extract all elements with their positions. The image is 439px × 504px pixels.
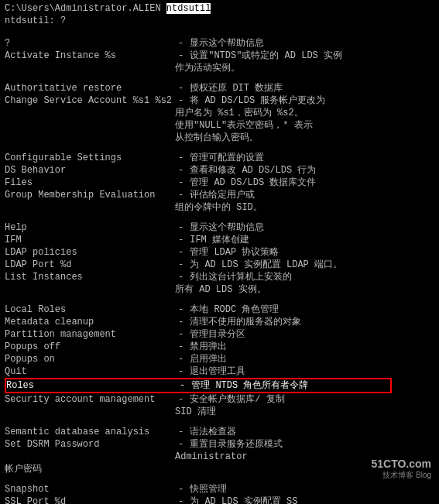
row-desc: 列出这台计算机上安装的	[187, 271, 434, 283]
row-desc: 管理可配置的设置	[187, 152, 434, 164]
row-desc: 管理 NTDS 角色所有者令牌	[188, 379, 390, 392]
row-desc: 评估给定用户或	[187, 189, 434, 201]
row-sep: -	[175, 426, 187, 438]
table-row: IFM - IFM 媒体创建	[5, 234, 434, 246]
table-row: Partition management - 管理目录分区	[5, 328, 434, 341]
title-highlight: ntdsutil	[166, 3, 211, 14]
row-cmd: Help	[5, 221, 175, 234]
row-desc: 授权还原 DIT 数据库	[187, 82, 434, 94]
row-desc-cont: 组的令牌中的 SID。	[5, 201, 434, 214]
title-bar: C:\Users\Administrator.ALIEN ntdsutil	[5, 3, 434, 14]
watermark: 51CTO.com 技术博客 Blog	[371, 458, 431, 481]
row-sep: -	[175, 328, 187, 341]
row-desc-cont: Administrator	[5, 451, 434, 463]
table-row: Metadata cleanup - 清理不使用的服务器的对象	[5, 316, 434, 328]
table-row: Authoritative restore - 授权还原 DIT 数据库	[5, 82, 434, 94]
watermark-tagline: 技术博客 Blog	[371, 470, 431, 481]
row-sep: -	[175, 316, 187, 328]
content-area: ? - 显示这个帮助信息 Activate Instance %s - 设置"N…	[5, 29, 434, 504]
row-sep: -	[175, 438, 187, 451]
row-cmd: Popups off	[5, 341, 175, 353]
row-desc: 显示这个帮助信息	[187, 221, 434, 234]
row-desc: 显示这个帮助信息	[187, 37, 434, 50]
row-sep: -	[175, 483, 187, 495]
row-desc-cont: SID 清理	[5, 406, 434, 418]
row-sep: -	[175, 50, 187, 62]
table-row: Popups off - 禁用弹出	[5, 341, 434, 353]
row-sep: -	[175, 393, 187, 406]
watermark-site: 51CTO.com	[371, 458, 431, 470]
roles-row: Roles - 管理 NTDS 角色所有者令牌	[5, 378, 392, 393]
table-row: 帐户密码	[5, 463, 434, 475]
row-cmd: Files	[5, 177, 175, 189]
row-desc: 管理 LDAP 协议策略	[187, 246, 434, 259]
row-desc: 安全帐户数据库/ 复制	[187, 393, 434, 406]
row-sep: -	[175, 246, 187, 259]
row-cmd: Security account management	[5, 393, 175, 406]
row-sep	[175, 463, 181, 475]
row-cmd: List Instances	[5, 271, 175, 283]
table-row: List Instances - 列出这台计算机上安装的	[5, 271, 434, 283]
row-sep: -	[175, 271, 187, 283]
row-sep: -	[177, 379, 188, 392]
row-cmd: Roles	[6, 379, 177, 392]
initial-prompt: ntdsutil: ?	[5, 15, 434, 26]
table-row: Group Membership Evaluation - 评估给定用户或	[5, 189, 434, 201]
terminal-window: C:\Users\Administrator.ALIEN ntdsutil nt…	[0, 0, 439, 504]
row-sep: -	[175, 234, 187, 246]
row-cmd: IFM	[5, 234, 175, 246]
row-cmd: LDAP Port %d	[5, 259, 175, 271]
row-cmd: Configurable Settings	[5, 152, 175, 164]
table-row: LDAP policies - 管理 LDAP 协议策略	[5, 246, 434, 259]
row-sep: -	[175, 259, 187, 271]
row-desc: 本地 RODC 角色管理	[187, 303, 434, 316]
row-cmd: 帐户密码	[5, 463, 175, 475]
table-row: Change Service Account %s1 %s2 - 将 AD DS…	[5, 94, 434, 107]
row-desc-cont: 作为活动实例。	[5, 62, 434, 74]
row-cmd: Local Roles	[5, 303, 175, 316]
row-desc: 重置目录服务还原模式	[187, 438, 434, 451]
row-cmd: Activate Instance %s	[5, 50, 175, 62]
row-desc: 退出管理工具	[187, 365, 434, 378]
row-sep: -	[175, 341, 187, 353]
table-row: SSL Port %d - 为 AD LDS 实例配置 SS	[5, 495, 434, 504]
row-desc: 将 AD DS/LDS 服务帐户更改为	[187, 94, 434, 107]
row-desc: 禁用弹出	[187, 341, 434, 353]
row-cmd: Change Service Account %s1 %s2	[5, 94, 175, 107]
table-row: Files - 管理 AD DS/LDS 数据库文件	[5, 177, 434, 189]
row-desc-cont: 用户名为 %s1，密码为 %s2。	[5, 107, 434, 119]
row-cmd: SSL Port %d	[5, 495, 175, 504]
row-cmd: Snapshot	[5, 483, 175, 495]
row-desc: 管理 AD DS/LDS 数据库文件	[187, 177, 434, 189]
row-sep: -	[175, 365, 187, 378]
table-row: Quit - 退出管理工具	[5, 365, 434, 378]
row-desc: 查看和修改 AD DS/LDS 行为	[187, 164, 434, 177]
row-sep: -	[175, 37, 187, 50]
row-cmd: Set DSRM Password	[5, 438, 175, 451]
table-row: Activate Instance %s - 设置"NTDS"或特定的 AD L…	[5, 50, 434, 62]
table-row: Semantic database analysis - 语法检查器	[5, 426, 434, 438]
row-desc: IFM 媒体创建	[187, 234, 434, 246]
row-desc: 为 AD LDS 实例配置 SS	[187, 495, 434, 504]
table-row: Configurable Settings - 管理可配置的设置	[5, 152, 434, 164]
table-row: Security account management - 安全帐户数据库/ 复…	[5, 393, 434, 406]
row-desc: 清理不使用的服务器的对象	[187, 316, 434, 328]
table-row: Popups on - 启用弹出	[5, 353, 434, 365]
row-sep: -	[175, 177, 187, 189]
row-cmd: DS Behavior	[5, 164, 175, 177]
row-cmd: LDAP policies	[5, 246, 175, 259]
row-cmd: Quit	[5, 365, 175, 378]
row-desc: 语法检查器	[187, 426, 434, 438]
row-desc-cont: 所有 AD LDS 实例。	[5, 283, 434, 296]
row-sep: -	[175, 189, 187, 201]
row-cmd: Popups on	[5, 353, 175, 365]
row-desc: 管理目录分区	[187, 328, 434, 341]
row-desc-cont: 使用"NULL"表示空密码，* 表示	[5, 119, 434, 132]
row-cmd: Partition management	[5, 328, 175, 341]
row-cmd: Semantic database analysis	[5, 426, 175, 438]
row-sep: -	[175, 164, 187, 177]
row-desc: 快照管理	[187, 483, 434, 495]
row-sep: -	[175, 94, 187, 107]
row-desc: 启用弹出	[187, 353, 434, 365]
table-row: ? - 显示这个帮助信息	[5, 37, 434, 50]
